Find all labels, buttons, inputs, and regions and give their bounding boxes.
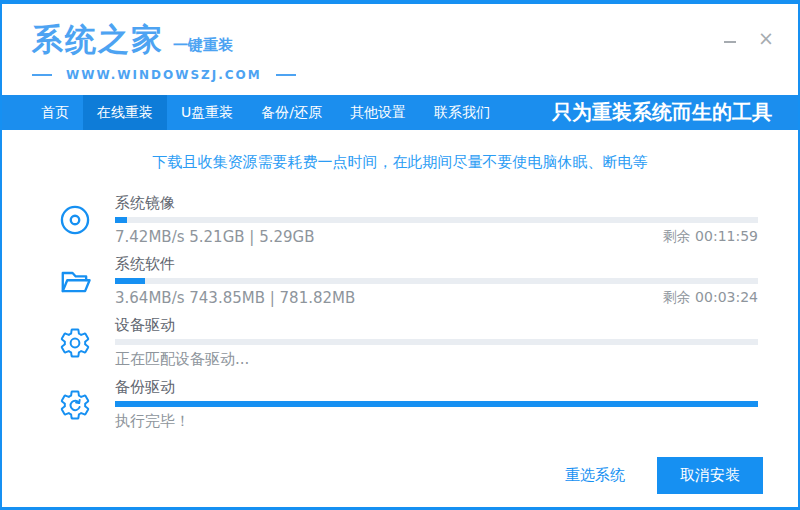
task-list: 系统镜像 7.42MB/s 5.21GB | 5.29GB 剩余 00:11:5…	[57, 194, 758, 431]
tab-online-reinstall[interactable]: 在线重装	[83, 95, 167, 130]
task-remaining: 剩余 00:03:24	[663, 289, 758, 307]
disc-icon	[57, 202, 93, 238]
tab-usb-reinstall[interactable]: U盘重装	[167, 95, 247, 130]
progress-fill	[115, 217, 127, 223]
task-label: 设备驱动	[115, 316, 758, 335]
task-status: 3.64MB/s 743.85MB | 781.82MB	[115, 289, 355, 307]
close-button[interactable]: ×	[756, 28, 776, 48]
progress-fill	[115, 278, 145, 284]
logo-subtitle: 一键重装	[173, 36, 233, 55]
window-controls: ×	[720, 28, 776, 95]
gear-icon	[57, 325, 93, 361]
gear-sync-icon	[57, 387, 93, 423]
tab-home[interactable]: 首页	[27, 95, 83, 130]
task-row-system-software: 系统软件 3.64MB/s 743.85MB | 781.82MB 剩余 00:…	[57, 255, 758, 307]
reselect-system-link[interactable]: 重选系统	[565, 466, 625, 485]
app-window: 系统之家 一键重装 WWW.WINDOWSZJ.COM × 首页 在线重装 U盘…	[0, 0, 800, 510]
task-label: 系统镜像	[115, 194, 758, 213]
logo-website: WWW.WINDOWSZJ.COM	[66, 68, 262, 82]
minimize-icon	[724, 41, 736, 43]
main-content: 下载且收集资源需要耗费一点时间，在此期间尽量不要使电脑休眠、断电等 系统镜像 7…	[2, 130, 798, 507]
progress-bar	[115, 339, 758, 345]
logo: 系统之家 一键重装 WWW.WINDOWSZJ.COM	[32, 19, 296, 95]
minimize-button[interactable]	[720, 28, 740, 48]
logo-title: 系统之家	[32, 19, 164, 61]
download-notice: 下载且收集资源需要耗费一点时间，在此期间尽量不要使电脑休眠、断电等	[2, 130, 798, 172]
progress-fill	[115, 401, 758, 407]
nav-bar: 首页 在线重装 U盘重装 备份/还原 其他设置 联系我们 只为重装系统而生的工具	[2, 95, 798, 130]
tab-backup-restore[interactable]: 备份/还原	[247, 95, 336, 130]
tab-other-settings[interactable]: 其他设置	[336, 95, 420, 130]
task-row-system-image: 系统镜像 7.42MB/s 5.21GB | 5.29GB 剩余 00:11:5…	[57, 194, 758, 246]
task-row-backup-driver: 备份驱动 执行完毕！	[57, 378, 758, 431]
progress-bar	[115, 217, 758, 223]
cancel-install-button[interactable]: 取消安装	[657, 457, 763, 494]
tab-contact-us[interactable]: 联系我们	[420, 95, 504, 130]
footer-actions: 重选系统 取消安装	[565, 457, 763, 494]
task-remaining: 剩余 00:11:59	[663, 228, 758, 246]
header: 系统之家 一键重装 WWW.WINDOWSZJ.COM ×	[2, 4, 798, 95]
logo-dash-left	[32, 74, 52, 76]
folder-icon	[57, 263, 93, 299]
progress-bar	[115, 401, 758, 407]
progress-bar	[115, 278, 758, 284]
task-status: 7.42MB/s 5.21GB | 5.29GB	[115, 228, 314, 246]
logo-dash-right	[276, 74, 296, 76]
nav-slogan: 只为重装系统而生的工具	[552, 95, 798, 130]
task-label: 系统软件	[115, 255, 758, 274]
task-row-device-driver: 设备驱动 正在匹配设备驱动...	[57, 316, 758, 369]
task-label: 备份驱动	[115, 378, 758, 397]
task-status: 正在匹配设备驱动...	[115, 350, 249, 369]
task-status: 执行完毕！	[115, 412, 190, 431]
